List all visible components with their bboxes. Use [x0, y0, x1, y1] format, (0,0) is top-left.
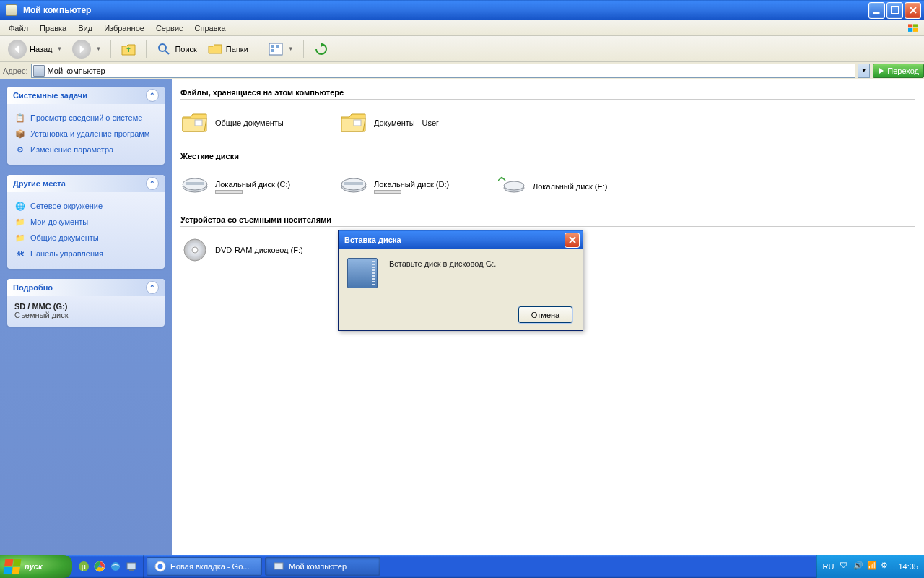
address-dropdown[interactable]: ▼: [858, 64, 870, 78]
computer-icon: [273, 561, 284, 572]
collapse-icon[interactable]: ⌃: [146, 281, 159, 294]
ie-icon[interactable]: [108, 559, 123, 574]
svg-rect-5: [913, 28, 918, 32]
controlpanel-icon: 🛠: [14, 248, 26, 259]
item-user-docs[interactable]: Документы - User: [339, 110, 498, 136]
panel-title: Системные задачи: [13, 91, 87, 100]
item-label: Общие документы: [215, 118, 284, 127]
panel-header[interactable]: Другие места ⌃: [7, 175, 165, 192]
panel-other-places: Другие места ⌃ 🌐Сетевое окружение 📁Мои д…: [7, 175, 165, 269]
menu-help[interactable]: Справка: [189, 21, 232, 35]
network-icon: 🌐: [14, 200, 26, 212]
task-system-info[interactable]: 📋Просмотр сведений о системе: [14, 110, 157, 126]
taskbar-app-explorer[interactable]: Мой компьютер: [265, 557, 380, 576]
window-title: Мой компьютер: [23, 5, 91, 15]
system-tray: RU 🛡 🔊 📶 ⚙ 14:35: [816, 555, 924, 578]
maximize-button[interactable]: [886, 2, 903, 19]
svg-rect-32: [274, 563, 283, 569]
close-button[interactable]: [905, 2, 921, 19]
item-label: Документы - User: [374, 118, 439, 127]
item-disk-c[interactable]: Локальный диск (C:): [180, 173, 339, 199]
svg-rect-9: [276, 45, 279, 48]
group-files: Файлы, хранящиеся на этом компьютере: [180, 84, 915, 100]
search-label: Поиск: [175, 45, 196, 53]
folder-up-icon: [121, 41, 136, 57]
refresh-button[interactable]: [310, 39, 333, 59]
collapse-icon[interactable]: ⌃: [146, 89, 159, 102]
item-label: DVD-RAM дисковод (F:): [215, 246, 303, 254]
taskbar-app-chrome[interactable]: Новая вкладка - Go...: [147, 557, 262, 576]
hard-disk-icon: [339, 173, 368, 199]
tray-icon[interactable]: ⚙: [881, 561, 892, 572]
panel-title: Другие места: [13, 179, 66, 188]
panel-header[interactable]: Системные задачи ⌃: [7, 87, 165, 104]
task-add-remove[interactable]: 📦Установка и удаление программ: [14, 126, 157, 142]
folders-button[interactable]: Папки: [204, 39, 252, 59]
start-button[interactable]: пуск: [0, 555, 72, 578]
address-value: Мой компьютер: [48, 66, 105, 75]
go-button[interactable]: Переход: [873, 64, 924, 78]
panel-header[interactable]: Подробно ⌃: [7, 279, 165, 296]
task-change-setting[interactable]: ⚙Изменение параметра: [14, 142, 157, 158]
place-control-panel[interactable]: 🛠Панель управления: [14, 246, 157, 262]
chevron-down-icon: ▼: [288, 46, 294, 52]
refresh-icon: [313, 41, 329, 57]
programs-icon: 📦: [14, 128, 26, 139]
menu-file[interactable]: Файл: [3, 21, 34, 35]
folder-icon: 📁: [14, 216, 26, 228]
back-icon: [8, 40, 27, 59]
dialog-titlebar[interactable]: Вставка диска: [339, 230, 583, 249]
details-type: Съемный диск: [14, 311, 157, 319]
desktop-icon[interactable]: [124, 559, 139, 574]
disk-icon: [347, 258, 378, 288]
folder-icon: [339, 110, 368, 136]
forward-button[interactable]: ▼: [69, 38, 105, 61]
window-icon: [6, 4, 17, 16]
go-label: Переход: [887, 66, 919, 75]
dialog-text: Вставьте диск в дисковод G:.: [389, 258, 496, 288]
group-hard-disks: Жесткие диски: [180, 147, 915, 163]
views-button[interactable]: ▼: [264, 39, 297, 59]
panel-system-tasks: Системные задачи ⌃ 📋Просмотр сведений о …: [7, 87, 165, 165]
place-network[interactable]: 🌐Сетевое окружение: [14, 198, 157, 214]
up-button[interactable]: [117, 39, 140, 59]
minimize-button[interactable]: [868, 2, 885, 19]
tray-icon[interactable]: 🔊: [853, 561, 865, 572]
taskbar: пуск µ Новая вкладка - Go... Мой компьют…: [0, 555, 924, 578]
chrome-icon[interactable]: [92, 559, 107, 574]
item-dvd-drive[interactable]: DVD-RAM дисковод (F:): [180, 237, 339, 263]
item-shared-docs[interactable]: Общие документы: [180, 110, 339, 136]
item-disk-d[interactable]: Локальный диск (D:): [339, 173, 498, 199]
place-my-docs[interactable]: 📁Мои документы: [14, 214, 157, 230]
tray-icon[interactable]: 🛡: [840, 561, 851, 572]
folders-icon: [207, 41, 223, 57]
titlebar: Мой компьютер: [0, 0, 924, 20]
back-button[interactable]: Назад ▼: [4, 38, 66, 61]
svg-point-31: [158, 564, 163, 569]
menu-tools[interactable]: Сервис: [150, 21, 189, 35]
menu-favorites[interactable]: Избранное: [98, 21, 150, 35]
utorrent-icon[interactable]: µ: [77, 559, 91, 574]
menu-edit[interactable]: Правка: [34, 21, 72, 35]
address-field[interactable]: Мой компьютер: [31, 64, 856, 78]
svg-rect-28: [127, 563, 136, 569]
svg-text:µ: µ: [82, 562, 87, 571]
svg-rect-12: [354, 120, 361, 126]
language-indicator[interactable]: RU: [823, 562, 834, 571]
clock[interactable]: 14:35: [898, 562, 918, 571]
search-button[interactable]: Поиск: [152, 39, 200, 59]
collapse-icon[interactable]: ⌃: [146, 177, 159, 190]
search-icon: [156, 41, 172, 57]
address-label: Адрес:: [3, 66, 28, 75]
place-shared-docs[interactable]: 📁Общие документы: [14, 230, 157, 246]
item-disk-e[interactable]: Локальный диск (E:): [498, 173, 657, 199]
task-label: Мой компьютер: [289, 562, 346, 571]
item-label: Локальный диск (E:): [533, 182, 608, 191]
windows-logo-icon: [4, 559, 22, 574]
dialog-close-button[interactable]: [565, 233, 580, 248]
cancel-button[interactable]: Отмена: [518, 306, 572, 323]
folder-icon: 📁: [14, 232, 26, 243]
svg-rect-3: [913, 24, 918, 27]
menu-view[interactable]: Вид: [72, 21, 98, 35]
tray-icon[interactable]: 📶: [867, 561, 879, 572]
